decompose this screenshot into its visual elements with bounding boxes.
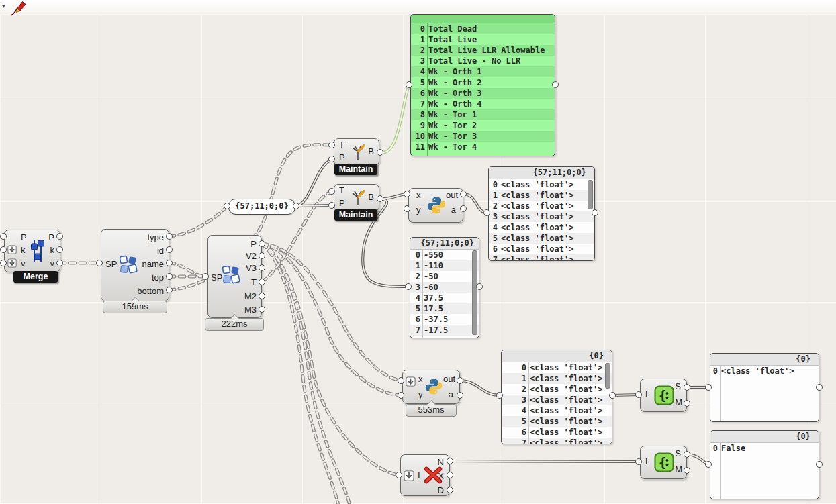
- merge-port-v-in[interactable]: [0, 260, 7, 266]
- panel-scrollbar[interactable]: [605, 363, 610, 389]
- float-list-panel[interactable]: {0} 0<class 'float'>1<class 'float'>2<cl…: [501, 350, 612, 444]
- create-set-top-component[interactable]: L S M {: [640, 379, 687, 412]
- panel-scrollbar[interactable]: [588, 180, 593, 209]
- exclude-port-n[interactable]: [447, 458, 453, 464]
- row-value: Wk - Tor 2: [425, 120, 555, 131]
- cluster-puzzle-icon: [118, 254, 138, 274]
- flatten-icon[interactable]: [7, 258, 17, 268]
- create-set-bottom-port-m[interactable]: [684, 467, 690, 474]
- result-float-panel[interactable]: {0} 0<class 'float'>: [710, 353, 819, 422]
- exclude-component[interactable]: I N X D: [400, 454, 450, 496]
- maintain-top-port-t[interactable]: [328, 142, 335, 148]
- maintain-top-component[interactable]: T P B: [334, 138, 379, 166]
- load-names-panel[interactable]: 0Total Dead1Total Live2Total Live LLR Al…: [410, 14, 555, 156]
- cluster-props-port-top[interactable]: [166, 273, 173, 280]
- cluster-props-port-type[interactable]: [166, 233, 173, 240]
- panel-divider: [720, 365, 721, 421]
- float-tree-panel-port-out[interactable]: [592, 209, 598, 216]
- cluster-forces-port-m3[interactable]: [259, 306, 265, 313]
- float-list-panel-port-out[interactable]: [609, 392, 616, 399]
- row-index: 4: [502, 405, 526, 416]
- result-bool-panel-port-in[interactable]: [705, 461, 712, 468]
- flatten-icon[interactable]: [404, 470, 414, 481]
- python-top-port-out[interactable]: [460, 191, 467, 197]
- maintain-bottom-port-t[interactable]: [328, 188, 335, 195]
- path-pill-port-out[interactable]: [293, 203, 299, 209]
- flatten-icon[interactable]: [406, 376, 416, 387]
- panel-rows: 0Total Dead1Total Live2Total Live LLR Al…: [411, 23, 555, 152]
- result-bool-panel[interactable]: {0} 0False: [710, 430, 819, 499]
- python-top-component[interactable]: x y out a: [408, 188, 463, 223]
- numbers-panel-port-out[interactable]: [476, 283, 483, 290]
- exclude-port-i[interactable]: [396, 472, 402, 478]
- cluster-forces-port-p[interactable]: [259, 240, 265, 247]
- python-bottom-port-x[interactable]: [398, 377, 404, 384]
- python-input-label-x: x: [416, 190, 421, 200]
- cluster-output-label-top: top: [152, 272, 164, 283]
- row-value: Wk - Orth 2: [425, 77, 555, 88]
- float-tree-panel-port-in[interactable]: [483, 209, 490, 216]
- row-value: <class 'float'>: [498, 233, 594, 244]
- merge-name-tag[interactable]: Merge: [13, 271, 58, 283]
- create-set-top-port-m[interactable]: [684, 400, 690, 407]
- row-value: <class 'float'>: [526, 427, 612, 438]
- maintain-top-port-b[interactable]: [377, 149, 383, 156]
- load-names-panel-port-in[interactable]: [406, 81, 412, 88]
- merge-component[interactable]: P k v P k v: [4, 230, 60, 272]
- python-top-port-x[interactable]: [404, 191, 410, 197]
- numbers-panel[interactable]: {57;11;0;0} 0-5501-1102-503-60437.5517.5…: [410, 237, 479, 338]
- result-float-panel-port-out[interactable]: [816, 384, 823, 391]
- cluster-props-port-id[interactable]: [166, 246, 173, 253]
- row-value: <class 'float'>: [498, 190, 594, 201]
- python-top-port-y[interactable]: [404, 205, 410, 212]
- cluster-props-port-sp[interactable]: [96, 260, 103, 266]
- result-bool-panel-port-out[interactable]: [816, 461, 823, 468]
- cluster-props-port-name[interactable]: [166, 260, 173, 266]
- maintain-name-tag[interactable]: Maintain: [334, 209, 377, 221]
- maintain-bottom-port-b[interactable]: [377, 195, 383, 202]
- panel-scrollbar[interactable]: [472, 250, 477, 335]
- load-names-panel-port-out[interactable]: [552, 81, 559, 88]
- cluster-forces-port-sp[interactable]: [202, 273, 209, 280]
- python-top-port-a[interactable]: [460, 205, 467, 212]
- create-set-top-port-s[interactable]: [684, 384, 690, 391]
- create-set-bottom-port-l[interactable]: [635, 458, 642, 465]
- python-bottom-component[interactable]: x y out a: [402, 370, 460, 404]
- merge-port-k-out[interactable]: [56, 246, 63, 253]
- float-tree-panel[interactable]: {57;11;0;0} 0<class 'float'>1<class 'flo…: [488, 166, 595, 261]
- maintain-bottom-component[interactable]: T P B: [334, 184, 379, 211]
- cluster-forces-port-v3[interactable]: [259, 264, 265, 271]
- cluster-output-label-v3: V3: [246, 263, 257, 273]
- maintain-name-tag[interactable]: Maintain: [334, 164, 377, 175]
- python-bottom-port-out[interactable]: [457, 377, 463, 384]
- cluster-forces-port-t[interactable]: [259, 279, 265, 285]
- cluster-forces-port-m2[interactable]: [259, 293, 265, 299]
- row-value: <class 'float'>: [498, 254, 594, 261]
- float-list-panel-port-in[interactable]: [496, 392, 503, 399]
- exclude-port-x[interactable]: [447, 472, 453, 478]
- grasshopper-canvas[interactable]: ▾: [0, 0, 836, 504]
- merge-port-k-in[interactable]: [0, 246, 7, 253]
- path-pill-panel[interactable]: {57;11;0;0}: [228, 199, 295, 215]
- python-bottom-port-y[interactable]: [398, 392, 404, 399]
- row-value: Total Live: [425, 34, 555, 45]
- cluster-forces-port-v2[interactable]: [259, 252, 265, 259]
- cluster-output-label-bottom: bottom: [137, 286, 164, 296]
- merge-port-p-in[interactable]: [0, 233, 7, 240]
- numbers-panel-port-in[interactable]: [405, 283, 412, 290]
- create-set-top-port-l[interactable]: [635, 391, 642, 398]
- exclude-port-d[interactable]: [447, 487, 453, 493]
- create-set-bottom-port-s[interactable]: [684, 451, 690, 458]
- maintain-top-port-p[interactable]: [328, 156, 335, 162]
- create-set-bottom-component[interactable]: L S M {: [640, 446, 687, 479]
- result-float-panel-port-in[interactable]: [705, 384, 712, 391]
- cluster-forces-component[interactable]: SP P V2 V3 T M2 M3: [207, 235, 262, 318]
- cluster-properties-component[interactable]: SP type id name top bottom: [101, 229, 169, 301]
- path-pill-port-in[interactable]: [224, 203, 230, 209]
- flatten-icon[interactable]: [7, 245, 17, 254]
- merge-port-v-out[interactable]: [56, 260, 63, 266]
- python-bottom-port-a[interactable]: [457, 392, 463, 399]
- merge-port-p-out[interactable]: [56, 233, 63, 240]
- cluster-props-port-bottom[interactable]: [166, 287, 173, 293]
- maintain-bottom-port-p[interactable]: [328, 202, 335, 209]
